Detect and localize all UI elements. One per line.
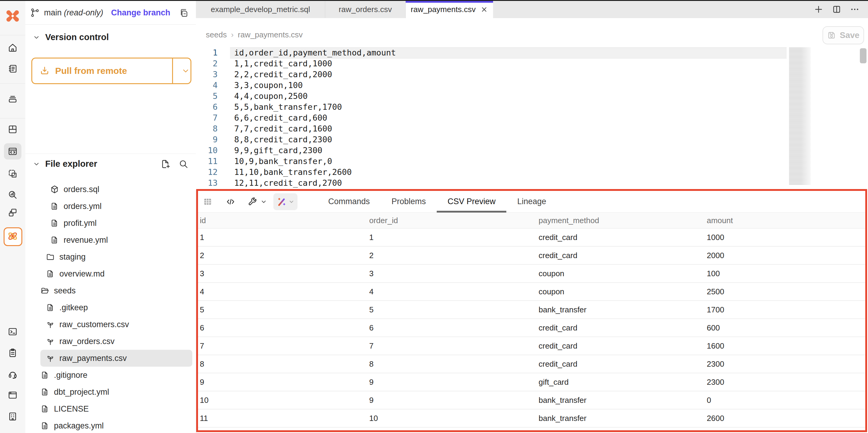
pull-options-chevron-icon[interactable]	[179, 58, 192, 83]
version-control-section[interactable]: Version control	[33, 32, 109, 42]
line-number: 13	[196, 178, 218, 189]
editor-tab-raw-orders-csv[interactable]: raw_orders.csv	[325, 1, 406, 18]
table-row[interactable]: 11credit_card1000	[198, 229, 865, 247]
table-cell: 10	[369, 414, 538, 423]
column-header-id: id	[200, 216, 369, 225]
new-file-icon[interactable]	[160, 159, 170, 169]
table-row[interactable]: 33coupon100	[198, 265, 865, 283]
file-item-raw-orders-csv[interactable]: raw_orders.csv	[40, 333, 192, 350]
table-row[interactable]: 55bank_transfer1700	[198, 301, 865, 319]
panel-tab-commands[interactable]: Commands	[317, 191, 381, 212]
organization-icon[interactable]	[7, 411, 18, 422]
table-row[interactable]: 44coupon2500	[198, 283, 865, 301]
file-item-revenue-yml[interactable]: revenue.yml	[40, 232, 192, 249]
vertical-scrollbar[interactable]	[860, 48, 867, 63]
table-cell: bank_transfer	[538, 414, 707, 423]
file-icon	[50, 235, 59, 244]
file-item-staging[interactable]: staging	[40, 249, 192, 265]
table-cell: 5	[369, 305, 538, 315]
terminal-icon[interactable]	[7, 326, 18, 337]
table-cell: 1000	[707, 233, 865, 242]
catalog-icon[interactable]	[7, 64, 18, 74]
table-cell: 6	[200, 323, 369, 333]
save-icon	[827, 31, 836, 40]
table-row[interactable]: 77credit_card1600	[198, 337, 865, 355]
table-cell: 1700	[707, 305, 865, 315]
pull-from-remote-button[interactable]: Pull from remote	[31, 58, 191, 84]
change-branch-link[interactable]: Change branch	[111, 8, 170, 18]
branch-bar: main (read-only) Change branch	[25, 1, 196, 25]
file-item-gitignore[interactable]: .gitignore	[40, 367, 192, 383]
chevron-down-icon	[33, 161, 40, 167]
copilot-icon[interactable]	[7, 230, 19, 242]
insights-icon[interactable]	[7, 190, 18, 200]
code-editor[interactable]: 12345678910111213 id,order_id,payment_me…	[196, 46, 868, 190]
minimap[interactable]	[789, 48, 811, 185]
code-line: 6,6,credit_card,600	[234, 113, 396, 123]
panel-tab-lineage[interactable]: Lineage	[506, 191, 557, 212]
file-icon	[40, 421, 50, 430]
file-item-seeds[interactable]: seeds	[40, 282, 192, 299]
line-number: 12	[196, 167, 218, 178]
file-item-dbt-project-yml[interactable]: dbt_project.yml	[40, 383, 192, 400]
editor-tab-raw-payments-csv[interactable]: raw_payments.csv	[406, 1, 493, 18]
file-item-license[interactable]: LICENSE	[40, 400, 192, 417]
file-explorer-section[interactable]: File explorer	[33, 159, 97, 169]
docs-icon[interactable]	[7, 390, 18, 400]
file-item-raw-customers-csv[interactable]: raw_customers.csv	[40, 316, 192, 333]
clipboard-icon[interactable]	[7, 348, 18, 358]
table-cell: coupon	[538, 287, 707, 296]
home-icon[interactable]	[7, 42, 18, 53]
git-branch-icon	[30, 8, 40, 18]
editor-tab-example-develop-metric-sql[interactable]: example_develop_metric.sql	[196, 1, 325, 18]
table-row[interactable]: 22credit_card2000	[198, 247, 865, 265]
more-options-icon[interactable]	[850, 4, 860, 14]
table-row[interactable]: 66credit_card600	[198, 319, 865, 337]
canvas-icon[interactable]	[7, 169, 18, 179]
file-name: overview.md	[59, 269, 104, 279]
panel-tab-csv-preview[interactable]: CSV Preview	[437, 191, 506, 212]
dashboard-icon[interactable]	[7, 124, 18, 135]
search-icon[interactable]	[179, 159, 189, 169]
breadcrumb-folder[interactable]: seeds	[206, 30, 227, 39]
support-icon[interactable]	[7, 369, 18, 380]
file-name: staging	[59, 252, 86, 262]
dbt-cloud-ide: main (read-only) Change branch Version c…	[0, 0, 868, 433]
close-tab-icon[interactable]	[480, 6, 488, 13]
new-tab-icon[interactable]	[814, 4, 824, 14]
file-item-profit-yml[interactable]: profit.yml	[40, 215, 192, 232]
line-number: 6	[196, 102, 218, 113]
file-item-orders-sql[interactable]: orders.sql	[40, 181, 192, 198]
file-name: .gitignore	[54, 371, 87, 380]
file-item-packages-yml[interactable]: packages.yml	[40, 417, 192, 433]
table-row[interactable]: 1110bank_transfer2600	[198, 409, 865, 428]
table-cell: 1	[200, 233, 369, 242]
file-item-overview-md[interactable]: overview.md	[40, 265, 192, 282]
line-number-gutter: 12345678910111213	[196, 47, 218, 189]
panel-tab-problems[interactable]: Problems	[381, 191, 437, 212]
table-row[interactable]: 109bank_transfer0	[198, 392, 865, 409]
compiled-code-icon[interactable]	[225, 197, 236, 207]
build-options-chevron-icon[interactable]	[260, 198, 267, 205]
copilot-wand-button[interactable]	[273, 193, 298, 210]
save-button[interactable]: Save	[823, 26, 864, 44]
copy-icon[interactable]	[179, 8, 189, 18]
file-item-raw-payments-csv[interactable]: raw_payments.csv	[40, 350, 192, 367]
dbt-logo-icon[interactable]	[6, 9, 20, 23]
table-cell: credit_card	[538, 359, 707, 369]
file-name: profit.yml	[64, 219, 97, 228]
jobs-icon[interactable]	[7, 94, 18, 104]
build-wrench-icon[interactable]	[247, 197, 258, 207]
split-editor-icon[interactable]	[832, 4, 841, 14]
file-item-gitkeep[interactable]: .gitkeep	[40, 299, 192, 316]
develop-icon[interactable]	[7, 146, 18, 156]
results-table-icon[interactable]	[203, 197, 213, 206]
seed-icon	[46, 337, 55, 346]
line-number: 11	[196, 156, 218, 167]
table-row[interactable]: 88credit_card2300	[198, 355, 865, 373]
table-row[interactable]: 99gift_card2300	[198, 373, 865, 392]
file-item-orders-yml[interactable]: orders.yml	[40, 198, 192, 215]
line-number: 4	[196, 80, 218, 91]
sidebar-section-divider	[25, 153, 196, 154]
apps-icon[interactable]	[7, 207, 18, 218]
